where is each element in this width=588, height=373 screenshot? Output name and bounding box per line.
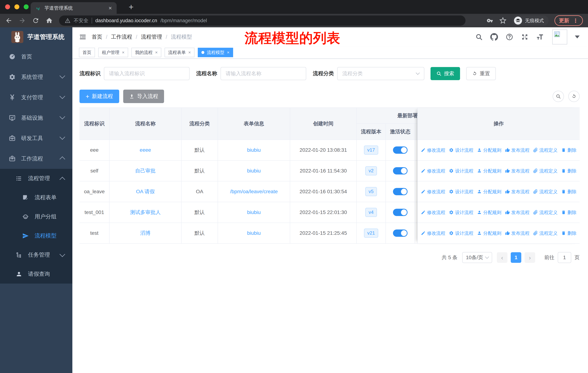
active-toggle[interactable] [393, 188, 408, 195]
design-process-link[interactable]: 设计流程 [449, 147, 473, 153]
show-search-button[interactable] [553, 91, 564, 102]
sidebar-item-process-model[interactable]: 流程模型 [0, 226, 72, 245]
goto-page-input[interactable] [558, 252, 571, 263]
process-name-link[interactable]: 自己审批 [135, 167, 156, 174]
category-select[interactable]: 流程分类 [337, 67, 424, 80]
process-name-link[interactable]: 测试多审批人 [130, 209, 161, 216]
delete-link[interactable]: 删除 [561, 147, 577, 153]
back-icon[interactable] [5, 17, 12, 24]
tag-process-form[interactable]: 流程表单 × [165, 48, 194, 57]
active-toggle[interactable] [393, 146, 408, 154]
sidebar-item-leave-query[interactable]: 请假查询 [0, 264, 72, 283]
create-process-button[interactable]: + 新建流程 [79, 90, 119, 103]
sidebar-item-task-management[interactable]: 任务管理 [0, 245, 72, 264]
active-toggle[interactable] [393, 167, 408, 174]
process-definition-link[interactable]: 流程定义 [533, 147, 557, 153]
breadcrumb-home[interactable]: 首页 [92, 33, 102, 40]
sidebar-item-workflow[interactable]: 工作流程 [0, 148, 72, 169]
update-label[interactable]: 更新 [559, 17, 569, 24]
avatar[interactable] [552, 30, 567, 44]
delete-link[interactable]: 删除 [561, 230, 577, 236]
tag-close-icon[interactable]: × [122, 50, 125, 55]
sidebar-item-process-management[interactable]: 流程管理 [0, 169, 72, 188]
process-name-link[interactable]: eeee [140, 147, 151, 153]
form-info-link[interactable]: biubiu [247, 168, 261, 174]
reload-icon[interactable] [32, 17, 39, 24]
key-icon[interactable] [487, 17, 494, 24]
tag-process-model[interactable]: 流程模型 × [198, 48, 233, 57]
window-controls[interactable] [5, 4, 29, 9]
assign-rule-link[interactable]: 分配规则 [477, 189, 501, 195]
sidebar-item-system[interactable]: 系统管理 [0, 67, 72, 87]
process-definition-link[interactable]: 流程定义 [533, 168, 557, 174]
process-definition-link[interactable]: 流程定义 [533, 210, 557, 215]
window-minimize-button[interactable] [14, 4, 19, 9]
sidebar-item-infrastructure[interactable]: 基础设施 [0, 108, 72, 128]
form-info-link[interactable]: /bpm/oa/leave/create [230, 189, 278, 194]
design-process-link[interactable]: 设计流程 [449, 230, 473, 236]
sidebar-item-devtools[interactable]: 研发工具 [0, 128, 72, 148]
search-icon[interactable] [475, 33, 483, 40]
process-key-input[interactable] [104, 67, 189, 80]
version-badge[interactable]: v21 [364, 229, 378, 238]
tag-home[interactable]: 首页 [79, 48, 95, 57]
tab-close-icon[interactable]: × [108, 5, 112, 11]
page-1-button[interactable]: 1 [511, 252, 521, 263]
sidebar-collapse-icon[interactable] [79, 33, 87, 41]
publish-process-link[interactable]: 发布流程 [505, 230, 529, 236]
publish-process-link[interactable]: 发布流程 [505, 168, 529, 174]
form-info-link[interactable]: biubiu [247, 210, 261, 215]
publish-process-link[interactable]: 发布流程 [505, 210, 529, 215]
version-badge[interactable]: v4 [365, 208, 377, 217]
version-badge[interactable]: v2 [365, 166, 377, 175]
github-icon[interactable] [490, 33, 498, 41]
home-icon[interactable] [46, 17, 53, 24]
assign-rule-link[interactable]: 分配规则 [477, 230, 501, 236]
security-warning-icon[interactable] [65, 18, 70, 23]
tag-close-icon[interactable]: × [155, 50, 158, 55]
modify-process-link[interactable]: 修改流程 [421, 168, 445, 174]
modify-process-link[interactable]: 修改流程 [421, 230, 445, 236]
delete-link[interactable]: 删除 [561, 189, 577, 195]
sidebar-item-home[interactable]: 首页 [0, 46, 72, 67]
sidebar-item-payment[interactable]: 支付管理 [0, 87, 72, 108]
tag-close-icon[interactable]: × [227, 50, 230, 55]
assign-rule-link[interactable]: 分配规则 [477, 168, 501, 174]
breadcrumb-workflow[interactable]: 工作流程 [111, 33, 132, 40]
window-close-button[interactable] [5, 4, 10, 9]
process-definition-link[interactable]: 流程定义 [533, 230, 557, 236]
font-size-icon[interactable] [536, 33, 545, 41]
url-bar[interactable]: 不安全 dashboard.yudao.iocoder.cn/bpm/manag… [59, 15, 465, 26]
publish-process-link[interactable]: 发布流程 [505, 189, 529, 195]
window-maximize-button[interactable] [24, 4, 29, 9]
version-badge[interactable]: v5 [365, 187, 377, 196]
tag-close-icon[interactable]: × [188, 50, 191, 55]
forward-icon[interactable] [19, 17, 26, 24]
design-process-link[interactable]: 设计流程 [449, 168, 473, 174]
modify-process-link[interactable]: 修改流程 [421, 210, 445, 215]
browser-menu-icon[interactable]: ⋮ [573, 18, 578, 24]
refresh-table-button[interactable] [568, 91, 580, 102]
sidebar-item-user-group[interactable]: 用户分组 [0, 207, 72, 226]
sidebar-item-process-form[interactable]: 流程表单 [0, 188, 72, 207]
new-tab-button[interactable]: + [129, 2, 134, 12]
active-toggle[interactable] [393, 209, 408, 216]
design-process-link[interactable]: 设计流程 [449, 210, 473, 215]
active-toggle[interactable] [393, 230, 408, 237]
breadcrumb-process-management[interactable]: 流程管理 [141, 33, 162, 40]
modify-process-link[interactable]: 修改流程 [421, 147, 445, 153]
form-info-link[interactable]: biubiu [247, 147, 261, 153]
bookmark-star-icon[interactable] [499, 17, 506, 24]
reset-button[interactable]: 重置 [466, 67, 496, 80]
update-button[interactable]: 更新 ⋮ [555, 15, 583, 26]
process-name-input[interactable] [220, 67, 306, 80]
process-definition-link[interactable]: 流程定义 [533, 189, 557, 195]
delete-link[interactable]: 删除 [561, 210, 577, 215]
fullscreen-icon[interactable] [521, 33, 529, 41]
design-process-link[interactable]: 设计流程 [449, 189, 473, 195]
form-info-link[interactable]: biubiu [247, 230, 261, 236]
search-button[interactable]: 搜索 [430, 67, 460, 80]
import-process-button[interactable]: 导入流程 [123, 90, 164, 103]
browser-tab[interactable]: 芋道管理系统 × [31, 2, 117, 14]
prev-page-button[interactable]: ‹ [497, 252, 507, 263]
